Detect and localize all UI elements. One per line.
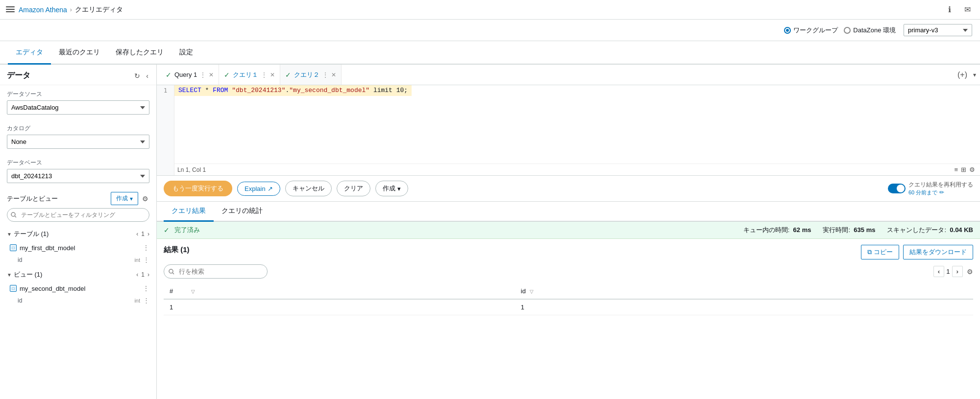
result-tab-results[interactable]: クエリ結果 — [164, 202, 214, 222]
editor-grid-btn[interactable]: ⊞ — [961, 166, 966, 173]
col-header-id[interactable]: id ▽ — [515, 283, 973, 299]
database-select-wrapper: dbt_20241213 — [7, 169, 149, 183]
run-again-button[interactable]: もう一度実行する — [164, 181, 232, 196]
catalog-label: カタログ — [0, 119, 156, 135]
reuse-toggle-wrap: クエリ結果を再利用する 60 分前まで ✏ — [888, 181, 973, 196]
datazone-radio-dot — [844, 27, 851, 34]
datazone-radio[interactable]: DataZone 環境 — [844, 26, 896, 35]
clear-button[interactable]: クリア — [337, 181, 370, 196]
download-button[interactable]: 結果をダウンロード — [903, 245, 973, 259]
page-prev-btn[interactable]: ‹ — [933, 266, 944, 277]
workgroup-radio-label: ワークグループ — [793, 26, 838, 35]
table-child-id-type: int — [134, 257, 140, 263]
table-header-row: # ▽ id ▽ — [164, 283, 973, 299]
collapse-button[interactable]: ‹ — [145, 71, 149, 81]
tab3-close-icon[interactable]: ✕ — [331, 71, 336, 78]
view-item-my-second[interactable]: □ my_second_dbt_model ⋮ — [0, 282, 156, 295]
workgroup-select[interactable]: primary-v3 primary secondary — [904, 24, 972, 36]
info-icon[interactable]: ℹ — [943, 3, 956, 17]
copy-button[interactable]: ⧉ コピー — [861, 245, 899, 259]
create-table-label: 作成 — [116, 194, 128, 203]
query-tabs-bar: ✓ Query 1 ⋮ ✕ ✓ クエリ１ ⋮ ✕ ✓ クエリ２ ⋮ ✕ (+) … — [157, 65, 980, 85]
table-menu-icon[interactable]: ⋮ — [143, 244, 149, 252]
explain-label: Explain — [245, 185, 266, 192]
table-view-header: テーブルとビュー 作成 ▾ ⚙ — [0, 188, 156, 208]
catalog-select[interactable]: None — [7, 135, 149, 149]
results-action-btns: ⧉ コピー 結果をダウンロード — [861, 245, 973, 259]
tab1-more-icon[interactable]: ⋮ — [200, 71, 206, 78]
database-label: データベース — [0, 154, 156, 169]
workgroup-radio[interactable]: ワークグループ — [784, 26, 838, 35]
views-header[interactable]: ▼ ビュー (1) ‹ 1 › — [0, 267, 156, 282]
explain-button[interactable]: Explain ↗ — [237, 182, 280, 196]
tab3-more-icon[interactable]: ⋮ — [322, 71, 328, 78]
editor-pos: Ln 1, Col 1 — [177, 166, 206, 173]
reuse-sub: 60 分前まで — [908, 189, 937, 195]
editor-format-btn[interactable]: ≡ — [954, 166, 958, 173]
second-bar-right: ワークグループ DataZone 環境 primary-v3 primary s… — [784, 24, 972, 36]
tab-recent[interactable]: 最近のクエリ — [51, 41, 108, 65]
notification-icon[interactable]: ✉ — [960, 3, 974, 17]
download-label: 結果をダウンロード — [909, 248, 967, 257]
breadcrumb: Amazon Athena › クエリエディタ — [19, 5, 123, 14]
action-bar: もう一度実行する Explain ↗ キャンセル クリア 作成 ▾ クエリ結果を… — [157, 176, 980, 202]
results-title: 結果 (1) — [164, 245, 190, 255]
views-prev-btn[interactable]: ‹ — [136, 271, 138, 278]
results-settings-btn[interactable]: ⚙ — [967, 268, 973, 276]
reuse-edit-icon[interactable]: ✏ — [939, 189, 944, 196]
tables-next-btn[interactable]: › — [147, 231, 149, 237]
table-search-input[interactable] — [7, 208, 149, 222]
view-child-id-label: id — [18, 297, 131, 304]
view-child-menu-icon[interactable]: ⋮ — [143, 297, 149, 304]
page-next-btn[interactable]: › — [952, 266, 963, 277]
editor-settings-btn[interactable]: ⚙ — [969, 166, 975, 173]
datasource-select[interactable]: AwsDataCatalog — [7, 100, 149, 115]
tab1-close-icon[interactable]: ✕ — [209, 71, 214, 78]
view-child-id-type: int — [134, 298, 140, 304]
exec-label: 実行時間: — [823, 226, 850, 234]
result-tabs: クエリ結果 クエリの統計 — [157, 202, 980, 222]
tab2-more-icon[interactable]: ⋮ — [261, 71, 267, 78]
results-area: クエリ結果 クエリの統計 ✓ 完了済み キュー内の時間: 62 ms 実行時間: — [157, 202, 980, 399]
tables-header[interactable]: ▼ テーブル (1) ‹ 1 › — [0, 227, 156, 241]
tabs-dropdown-button[interactable]: ▾ — [973, 71, 976, 78]
query-tabs-actions: (+) ▾ — [950, 69, 976, 81]
breadcrumb-home-link[interactable]: Amazon Athena — [19, 6, 67, 14]
left-panel-title: データ — [7, 70, 30, 81]
tab-editor[interactable]: エディタ — [8, 41, 51, 65]
table-settings-button[interactable]: ⚙ — [141, 194, 149, 204]
create-table-button[interactable]: 作成 ▾ — [111, 192, 138, 205]
table-item-my-first[interactable]: □ my_first_dbt_model ⋮ — [0, 241, 156, 254]
tab-settings[interactable]: 設定 — [172, 41, 201, 65]
views-next-btn[interactable]: › — [147, 271, 149, 278]
cancel-button[interactable]: キャンセル — [285, 181, 332, 196]
tables-prev-btn[interactable]: ‹ — [136, 231, 138, 237]
result-tab-stats-label: クエリの統計 — [221, 207, 263, 214]
view-child-id: id int ⋮ — [0, 295, 156, 306]
svg-line-1 — [15, 216, 16, 217]
action-bar-right: クエリ結果を再利用する 60 分前まで ✏ — [888, 181, 973, 196]
views-arrow: ▼ — [7, 272, 12, 278]
table-child-menu-icon[interactable]: ⋮ — [143, 256, 149, 263]
datasource-label: データソース — [0, 85, 156, 100]
database-select[interactable]: dbt_20241213 — [7, 169, 149, 183]
query-tab-1[interactable]: ✓ Query 1 ⋮ ✕ — [161, 65, 219, 85]
create-button[interactable]: 作成 ▾ — [375, 181, 408, 196]
reuse-toggle[interactable] — [888, 184, 906, 193]
view-menu-icon[interactable]: ⋮ — [143, 284, 149, 292]
refresh-button[interactable]: ↻ — [133, 71, 141, 81]
results-toolbar: ‹ 1 › ⚙ — [164, 264, 973, 279]
table-icon: □ — [10, 244, 17, 251]
tab-saved[interactable]: 保存したクエリ — [108, 41, 172, 65]
tab2-check-icon: ✓ — [224, 71, 230, 79]
query-tab-2[interactable]: ✓ クエリ１ ⋮ ✕ — [219, 65, 280, 85]
results-search-input[interactable] — [164, 264, 268, 279]
topbar-right: ℹ ✉ — [943, 3, 974, 17]
tab2-close-icon[interactable]: ✕ — [270, 71, 275, 78]
editor-content[interactable]: SELECT * FROM "dbt_20241213"."my_second_… — [174, 85, 412, 164]
query-tab-3[interactable]: ✓ クエリ２ ⋮ ✕ — [280, 65, 342, 85]
tables-count: 1 — [141, 231, 145, 237]
add-tab-button[interactable]: (+) — [954, 69, 971, 81]
result-tab-stats[interactable]: クエリの統計 — [214, 202, 270, 222]
hamburger-menu[interactable] — [6, 6, 15, 13]
